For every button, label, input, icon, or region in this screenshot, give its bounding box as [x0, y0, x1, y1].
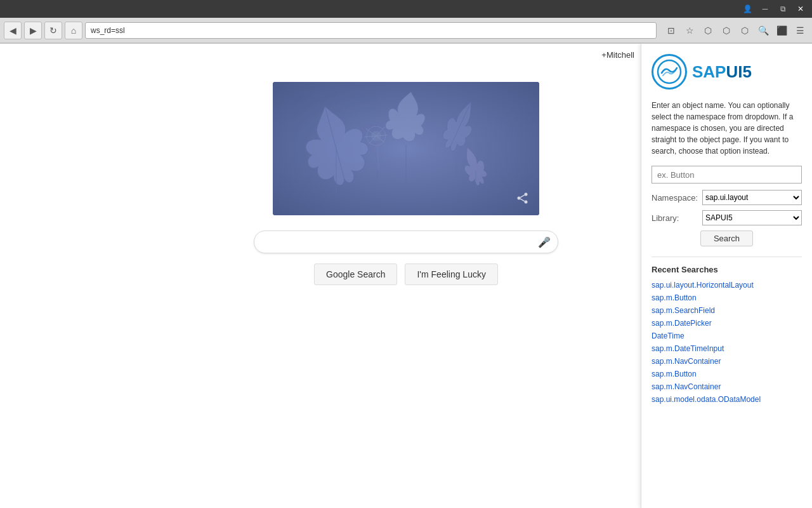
google-doodle — [273, 82, 539, 215]
bookmark-icon[interactable]: ☆ — [681, 22, 698, 39]
home-button[interactable]: ⌂ — [65, 22, 82, 39]
extension-icon3[interactable]: ⬡ — [737, 22, 753, 39]
search-box-container: 🎤 — [254, 231, 558, 253]
address-bar[interactable]: ws_rd=ssl — [85, 22, 657, 39]
recent-item-2[interactable]: sap.m.Button — [652, 293, 802, 302]
library-row: Library: SAPUI5 OpenUI5 — [652, 210, 802, 225]
svg-line-21 — [520, 199, 524, 201]
recent-searches-title: Recent Searches — [652, 265, 802, 274]
search-buttons: Google Search I'm Feeling Lucky — [314, 264, 498, 285]
panel-description: Enter an object name. You can optionally… — [652, 100, 802, 157]
recent-item-3[interactable]: sap.m.SearchField — [652, 306, 802, 315]
sap-title: SAPUI5 — [692, 62, 752, 82]
ui5-title-text: UI5 — [726, 62, 751, 81]
recent-item-9[interactable]: sap.m.NavContainer — [652, 382, 802, 391]
sapui5-sidebar-panel: ▶ SAPUI5 Enter an object name. You can o… — [641, 44, 812, 508]
extension-icon1[interactable]: ⬡ — [700, 22, 716, 39]
google-top-bar: +Mitchell — [601, 50, 634, 60]
app-icon[interactable]: ⬛ — [773, 22, 790, 39]
divider — [652, 257, 802, 257]
microphone-icon[interactable]: 🎤 — [538, 236, 551, 248]
tab-icon[interactable]: ⊡ — [663, 22, 679, 39]
sapui5-search-button[interactable]: Search — [700, 231, 753, 246]
recent-item-5[interactable]: DateTime — [652, 331, 802, 340]
namespace-row: Namespace: sap.ui.layout sap.m sap.ui.co… — [652, 190, 802, 205]
menu-icon[interactable]: ☰ — [792, 22, 808, 39]
minimize-button[interactable]: ─ — [756, 1, 774, 17]
google-search-button[interactable]: Google Search — [314, 264, 397, 285]
main-content: +Mitchell — [0, 44, 812, 508]
recent-item-8[interactable]: sap.m.Button — [652, 370, 802, 378]
search-icon[interactable]: 🔍 — [755, 22, 771, 39]
title-bar: 👤 ─ ⧉ ✕ — [0, 0, 812, 18]
back-button[interactable]: ◀ — [4, 22, 22, 39]
svg-point-17 — [525, 193, 528, 196]
namespace-label: Namespace: — [652, 193, 702, 203]
recent-item-7[interactable]: sap.m.NavContainer — [652, 357, 802, 366]
object-name-input[interactable] — [652, 166, 802, 184]
user-link[interactable]: +Mitchell — [601, 50, 634, 60]
sapui5-logo: SAPUI5 — [652, 54, 802, 90]
toolbar-icons: ⊡ ☆ ⬡ ⬡ ⬡ 🔍 ⬛ ☰ — [663, 22, 808, 39]
namespace-select[interactable]: sap.ui.layout sap.m sap.ui.core sap.ui.u… — [702, 190, 802, 205]
svg-point-18 — [518, 197, 521, 200]
browser-chrome: 👤 ─ ⧉ ✕ ◀ ▶ ↻ ⌂ ws_rd=ssl ⊡ ☆ ⬡ ⬡ ⬡ 🔍 ⬛ … — [0, 0, 812, 44]
reload-button[interactable]: ↻ — [44, 22, 62, 39]
google-search-area: 🎤 Google Search I'm Feeling Lucky — [254, 231, 558, 285]
feeling-lucky-button[interactable]: I'm Feeling Lucky — [405, 264, 498, 285]
doodle-svg — [273, 82, 539, 215]
share-icon[interactable] — [516, 192, 529, 208]
google-search-input[interactable] — [254, 231, 558, 253]
url-text: ws_rd=ssl — [91, 26, 125, 35]
user-icon[interactable]: 👤 — [738, 1, 756, 17]
sap-logo-circle — [652, 54, 687, 90]
recent-item-10[interactable]: sap.ui.model.odata.ODataModel — [652, 395, 802, 404]
sap-title-text: SAP — [692, 62, 726, 81]
panel-toggle[interactable]: ▶ — [641, 264, 641, 289]
restore-button[interactable]: ⧉ — [774, 1, 792, 17]
extension-icon2[interactable]: ⬡ — [718, 22, 735, 39]
sap-bird-logo — [657, 59, 682, 84]
library-select[interactable]: SAPUI5 OpenUI5 — [702, 210, 802, 225]
recent-item-1[interactable]: sap.ui.layout.HorizontalLayout — [652, 281, 802, 290]
recent-item-6[interactable]: sap.m.DateTimeInput — [652, 344, 802, 353]
nav-bar: ◀ ▶ ↻ ⌂ ws_rd=ssl ⊡ ☆ ⬡ ⬡ ⬡ 🔍 ⬛ ☰ — [0, 18, 812, 43]
svg-point-22 — [658, 60, 681, 83]
close-button[interactable]: ✕ — [792, 1, 809, 17]
recent-item-4[interactable]: sap.m.DatePicker — [652, 319, 802, 328]
doodle-canvas — [273, 82, 539, 215]
svg-line-20 — [520, 195, 524, 197]
library-label: Library: — [652, 213, 702, 223]
svg-point-19 — [525, 201, 528, 204]
forward-button[interactable]: ▶ — [24, 22, 42, 39]
